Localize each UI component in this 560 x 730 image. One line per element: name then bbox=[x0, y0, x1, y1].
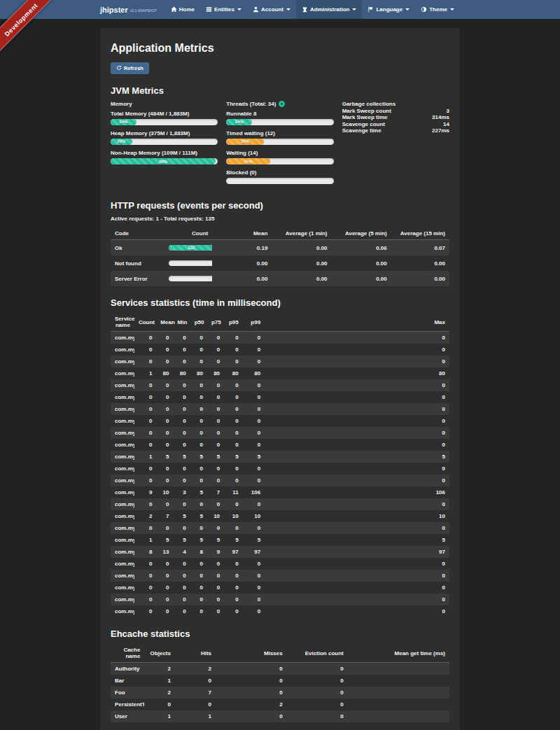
service-max: 0 bbox=[265, 403, 449, 415]
refresh-button[interactable]: Refresh bbox=[111, 62, 149, 74]
progress-bar: 24% bbox=[111, 119, 218, 125]
nav-item-administration[interactable]: Administration bbox=[296, 0, 362, 19]
table-row: com.mycompany.myapp.web.rest.AccountReso… bbox=[111, 367, 449, 379]
column-header: Mean bbox=[156, 313, 173, 332]
count-progress-bar: 132 bbox=[169, 245, 212, 251]
service-p99: 10 bbox=[243, 510, 265, 522]
service-p50: 0 bbox=[190, 570, 207, 582]
service-max: 0 bbox=[265, 570, 449, 582]
eye-icon[interactable] bbox=[279, 101, 285, 107]
service-count: 0 bbox=[134, 344, 156, 356]
count-progress-fill: 132 bbox=[169, 245, 212, 251]
gc-stat-label: Mark Sweep count bbox=[342, 108, 391, 115]
nav-item-entities[interactable]: Entities bbox=[200, 0, 247, 19]
table-row: Foo 2 7 0 0 bbox=[111, 687, 449, 699]
service-count: 0 bbox=[134, 475, 156, 486]
table-row: com.mycompany.myapp.web.rest.FooResource… bbox=[111, 510, 449, 522]
service-min: 0 bbox=[174, 403, 190, 415]
service-max: 0 bbox=[265, 356, 449, 367]
service-p99: 0 bbox=[243, 558, 265, 570]
cache-objects: 1 bbox=[144, 710, 175, 722]
service-mean: 0 bbox=[156, 427, 173, 439]
service-count: 0 bbox=[134, 498, 156, 510]
nav-item-account[interactable]: Account bbox=[247, 0, 296, 19]
table-row: Ok 132 0.19 0.00 0.06 0.07 bbox=[111, 240, 449, 256]
caret-down-icon bbox=[450, 8, 454, 10]
http-mean: 0.00 bbox=[212, 255, 272, 271]
service-mean: 5 bbox=[156, 534, 173, 546]
service-max: 0 bbox=[265, 498, 449, 510]
service-mean: 10 bbox=[156, 486, 173, 498]
service-p75: 0 bbox=[207, 558, 224, 570]
service-p95: 0 bbox=[224, 463, 243, 475]
nav-label: Administration bbox=[310, 6, 349, 13]
service-p95: 5 bbox=[224, 451, 243, 463]
service-name: com.mycompany.myapp.web.rest.FooResource… bbox=[111, 534, 134, 546]
service-count: 0 bbox=[134, 594, 156, 605]
service-count: 0 bbox=[134, 463, 156, 475]
progress-bar-fill: 41% bbox=[226, 158, 270, 164]
metric-bar-group: Timed waiting (12) 35% bbox=[226, 130, 333, 145]
gc-stat-value: 14 bbox=[443, 121, 449, 128]
gc-stat-label: Scavenge time bbox=[342, 127, 382, 134]
nav-item-home[interactable]: Home bbox=[165, 0, 200, 19]
cache-name: Foo bbox=[111, 687, 144, 699]
brand-link[interactable]: jhipster v0.1-SNAPSHOT bbox=[100, 0, 157, 19]
service-p50: 0 bbox=[190, 498, 207, 510]
column-header: Average (5 min) bbox=[332, 227, 391, 240]
service-max: 0 bbox=[265, 439, 449, 451]
column-header: Objects bbox=[144, 644, 175, 663]
cache-name: User bbox=[111, 710, 144, 722]
service-min: 0 bbox=[174, 439, 190, 451]
service-min: 0 bbox=[174, 475, 190, 486]
service-p75: 9 bbox=[207, 546, 224, 558]
service-p95: 0 bbox=[224, 594, 243, 605]
http-requests-summary: Active requests: 1 - Total requests: 135 bbox=[111, 216, 449, 222]
nav-item-language[interactable]: Language bbox=[362, 0, 415, 19]
service-min: 0 bbox=[174, 415, 190, 427]
service-p50: 0 bbox=[190, 439, 207, 451]
service-p95: 10 bbox=[224, 510, 243, 522]
service-p50: 8 bbox=[190, 546, 207, 558]
service-min: 0 bbox=[174, 570, 190, 582]
service-p75: 7 bbox=[207, 486, 224, 498]
progress-bar-value: 24% bbox=[235, 120, 244, 124]
jvm-metrics-title: JVM Metrics bbox=[111, 85, 449, 96]
table-row: Not found 0.00 0.00 0.00 0.00 bbox=[111, 255, 449, 271]
service-p95: 0 bbox=[224, 427, 243, 439]
brand-name: jhipster bbox=[100, 6, 128, 14]
service-count: 0 bbox=[134, 356, 156, 367]
http-avg-1min: 0.00 bbox=[272, 240, 331, 256]
column-header: Cache name bbox=[111, 644, 144, 663]
service-max: 0 bbox=[265, 427, 449, 439]
service-name: com.mycompany.myapp.web.rest.AccountReso… bbox=[111, 403, 134, 415]
cache-evictions: 0 bbox=[287, 699, 348, 710]
progress-bar-fill: 24% bbox=[226, 119, 252, 125]
metric-bar-label: Blocked (0) bbox=[226, 169, 333, 176]
cache-misses: 0 bbox=[216, 710, 287, 722]
cache-evictions: 0 bbox=[287, 663, 348, 675]
navbar: jhipster v0.1-SNAPSHOT Home Entities Acc… bbox=[0, 0, 560, 19]
service-p50: 5 bbox=[190, 534, 207, 546]
progress-bar-value: 35% bbox=[241, 139, 249, 143]
cache-hits: 0 bbox=[175, 699, 216, 710]
table-row: PersistentToken 0 0 2 0 bbox=[111, 699, 449, 710]
service-count: 9 bbox=[134, 486, 156, 498]
gc-stat-value: 227ms bbox=[432, 127, 449, 134]
service-p99: 106 bbox=[243, 486, 265, 498]
table-row: com.mycompany.myapp.web.rest.FooResource… bbox=[111, 546, 449, 558]
ehcache-stats-title: Ehcache statistics bbox=[111, 629, 449, 639]
tower-icon bbox=[302, 6, 308, 13]
service-p50: 0 bbox=[190, 582, 207, 594]
header-row: CodeCountMeanAverage (1 min)Average (5 m… bbox=[111, 227, 449, 240]
http-avg-15min: 0.07 bbox=[391, 240, 449, 256]
service-p99: 0 bbox=[243, 344, 265, 356]
service-count: 0 bbox=[134, 332, 156, 344]
gc-stat-row: Scavenge time 227ms bbox=[342, 127, 449, 134]
http-avg-5min: 0.00 bbox=[332, 255, 391, 271]
flag-icon bbox=[368, 6, 374, 13]
service-max: 0 bbox=[265, 344, 449, 356]
count-progress-bar bbox=[169, 260, 212, 266]
nav-item-theme[interactable]: Theme bbox=[415, 0, 460, 19]
service-max: 10 bbox=[265, 510, 449, 522]
